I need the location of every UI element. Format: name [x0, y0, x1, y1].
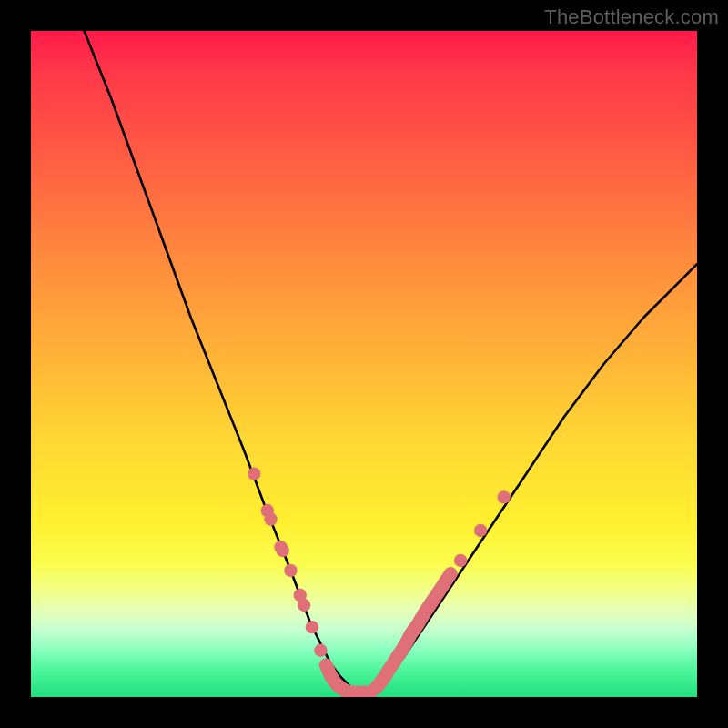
svg-point-10 [454, 554, 467, 567]
chart-frame: TheBottleneck.com [0, 0, 728, 728]
svg-point-2 [264, 512, 277, 525]
svg-point-4 [277, 544, 289, 557]
svg-point-9 [314, 644, 327, 657]
curve-line [85, 31, 697, 693]
watermark-text: TheBottleneck.com [544, 5, 719, 29]
plot-area [31, 31, 697, 697]
svg-point-12 [498, 490, 511, 503]
svg-point-8 [306, 621, 318, 633]
curve-markers [248, 468, 511, 693]
chart-svg [31, 31, 697, 697]
svg-point-5 [284, 564, 297, 577]
svg-point-0 [248, 468, 260, 480]
svg-point-7 [298, 599, 310, 612]
svg-point-11 [474, 524, 487, 537]
